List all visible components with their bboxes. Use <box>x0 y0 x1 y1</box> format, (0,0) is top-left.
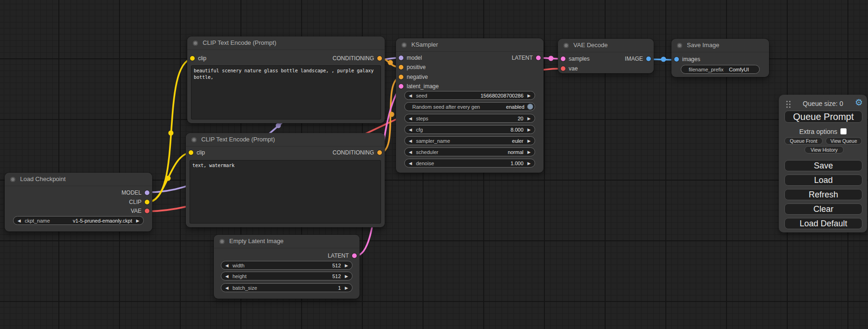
node-header[interactable]: CLIP Text Encode (Prompt) <box>186 133 385 147</box>
conditioning-output-slot[interactable] <box>377 56 382 61</box>
node-clip-text-encode-negative[interactable]: CLIP Text Encode (Prompt) clip CONDITION… <box>186 133 385 227</box>
seed-widget[interactable]: ◀ seed 156680208700286 ▶ <box>404 91 535 100</box>
width-widget[interactable]: ◀ width 512 ▶ <box>221 261 353 270</box>
gear-icon[interactable]: ⚙ <box>855 98 863 108</box>
latent-image-input-slot[interactable] <box>399 84 403 89</box>
denoise-widget[interactable]: ◀ denoise 1.000 ▶ <box>404 159 535 168</box>
save-button[interactable]: Save <box>784 160 862 171</box>
queue-front-button[interactable]: Queue Front <box>784 137 823 145</box>
node-header[interactable]: CLIP Text Encode (Prompt) <box>187 36 385 50</box>
increment-arrow-icon[interactable]: ▶ <box>523 137 535 145</box>
view-history-button[interactable]: View History <box>804 146 844 154</box>
negative-prompt-textarea[interactable]: text, watermark <box>190 160 381 224</box>
increment-arrow-icon[interactable]: ▶ <box>341 262 352 269</box>
collapse-dot-icon[interactable] <box>564 43 569 48</box>
decrement-arrow-icon[interactable]: ◀ <box>14 217 25 224</box>
node-ksampler[interactable]: KSampler model LATENT positive negative … <box>396 38 543 173</box>
decrement-arrow-icon[interactable]: ◀ <box>405 160 416 167</box>
output-row: IMAGE <box>558 54 654 63</box>
ckpt-name-widget[interactable]: ◀ ckpt_name v1-5-pruned-emaonly.ckpt ▶ <box>13 216 144 225</box>
node-vae-decode[interactable]: VAE Decode samples IMAGE vae <box>558 39 654 73</box>
conditioning-output-slot[interactable] <box>377 150 382 155</box>
link-midpoint-dot[interactable] <box>169 131 174 136</box>
node-save-image[interactable]: Save Image images filename_prefix ComfyU… <box>671 39 769 77</box>
collapse-dot-icon[interactable] <box>219 239 225 244</box>
toggle-dot-icon[interactable] <box>527 104 533 110</box>
scheduler-widget[interactable]: ◀ scheduler normal ▶ <box>404 147 535 156</box>
collapse-dot-icon[interactable] <box>10 177 15 182</box>
images-input-slot[interactable] <box>674 57 679 62</box>
image-output-slot[interactable] <box>646 56 651 61</box>
link-midpoint-dot[interactable] <box>388 60 393 65</box>
link-midpoint-dot[interactable] <box>166 176 171 181</box>
positive-prompt-textarea[interactable]: beautiful scenery nature glass bottle la… <box>191 65 381 119</box>
node-empty-latent-image[interactable]: Empty Latent Image LATENT ◀ width 512 ▶ … <box>214 235 360 299</box>
node-header[interactable]: VAE Decode <box>558 39 654 52</box>
extra-options-checkbox[interactable] <box>840 128 847 134</box>
collapse-dot-icon[interactable] <box>193 41 198 46</box>
latent-output-slot[interactable] <box>536 56 541 60</box>
batch-size-widget[interactable]: ◀ batch_size 1 ▶ <box>221 283 353 292</box>
decrement-arrow-icon[interactable]: ◀ <box>405 148 416 156</box>
negative-input-slot[interactable] <box>399 75 403 79</box>
increment-arrow-icon[interactable]: ▶ <box>523 160 535 167</box>
decrement-arrow-icon[interactable]: ◀ <box>405 115 416 122</box>
decrement-arrow-icon[interactable]: ◀ <box>405 92 416 99</box>
widget-value: 512 <box>332 273 341 279</box>
decrement-arrow-icon[interactable]: ◀ <box>405 126 416 133</box>
latent-output-slot[interactable] <box>352 253 357 258</box>
decrement-arrow-icon[interactable]: ◀ <box>405 137 416 145</box>
input-row: positive <box>396 63 543 72</box>
node-title: KSampler <box>411 38 438 51</box>
clear-button[interactable]: Clear <box>784 203 862 215</box>
load-default-button[interactable]: Load Default <box>784 218 862 229</box>
link-midpoint-dot[interactable] <box>549 56 554 61</box>
node-title: Load Checkpoint <box>20 173 66 186</box>
node-header[interactable]: Save Image <box>671 39 769 52</box>
extra-options-label: Extra options <box>799 128 838 135</box>
view-queue-button[interactable]: View Queue <box>826 137 862 145</box>
input-row: latent_image <box>396 82 543 91</box>
cfg-widget[interactable]: ◀ cfg 8.000 ▶ <box>404 125 535 134</box>
increment-arrow-icon[interactable]: ▶ <box>523 126 535 133</box>
node-clip-text-encode-positive[interactable]: CLIP Text Encode (Prompt) clip CONDITION… <box>187 36 385 123</box>
link-midpoint-dot[interactable] <box>661 57 666 62</box>
widget-label: batch_size <box>233 285 338 291</box>
increment-arrow-icon[interactable]: ▶ <box>523 92 535 99</box>
increment-arrow-icon[interactable]: ▶ <box>523 148 535 156</box>
filename-prefix-widget[interactable]: filename_prefix ComfyUI <box>681 65 760 74</box>
widget-label: cfg <box>416 127 510 133</box>
sampler-name-widget[interactable]: ◀ sampler_name euler ▶ <box>404 136 535 145</box>
slot-label: VAE <box>131 208 141 214</box>
decrement-arrow-icon[interactable]: ◀ <box>221 273 233 280</box>
node-header[interactable]: KSampler <box>396 38 543 52</box>
positive-input-slot[interactable] <box>399 65 403 70</box>
input-row: vae <box>558 64 654 73</box>
clip-output-slot[interactable] <box>145 200 149 204</box>
collapse-dot-icon[interactable] <box>191 137 197 142</box>
node-header[interactable]: Empty Latent Image <box>214 235 360 248</box>
height-widget[interactable]: ◀ height 512 ▶ <box>221 272 353 280</box>
increment-arrow-icon[interactable]: ▶ <box>132 217 143 224</box>
random-seed-toggle-widget[interactable]: Random seed after every gen enabled <box>404 102 535 111</box>
increment-arrow-icon[interactable]: ▶ <box>341 284 352 292</box>
slot-label: images <box>682 56 700 63</box>
decrement-arrow-icon[interactable]: ◀ <box>221 284 233 292</box>
vae-output-slot[interactable] <box>145 209 149 213</box>
vae-input-slot[interactable] <box>561 66 565 71</box>
decrement-arrow-icon[interactable]: ◀ <box>221 262 233 269</box>
collapse-dot-icon[interactable] <box>677 43 682 48</box>
increment-arrow-icon[interactable]: ▶ <box>523 115 535 122</box>
node-load-checkpoint[interactable]: Load Checkpoint MODEL CLIP VAE ◀ ckpt_na… <box>5 173 152 231</box>
load-button[interactable]: Load <box>784 175 862 186</box>
increment-arrow-icon[interactable]: ▶ <box>341 273 352 280</box>
node-header[interactable]: Load Checkpoint <box>5 173 152 186</box>
model-output-slot[interactable] <box>145 190 149 195</box>
slot-label: vae <box>569 65 578 72</box>
link-midpoint-dot[interactable] <box>276 123 281 128</box>
refresh-button[interactable]: Refresh <box>784 189 862 200</box>
link-midpoint-dot[interactable] <box>389 112 395 117</box>
steps-widget[interactable]: ◀ steps 20 ▶ <box>404 114 535 123</box>
queue-prompt-button[interactable]: Queue Prompt <box>784 111 862 123</box>
collapse-dot-icon[interactable] <box>402 42 407 48</box>
